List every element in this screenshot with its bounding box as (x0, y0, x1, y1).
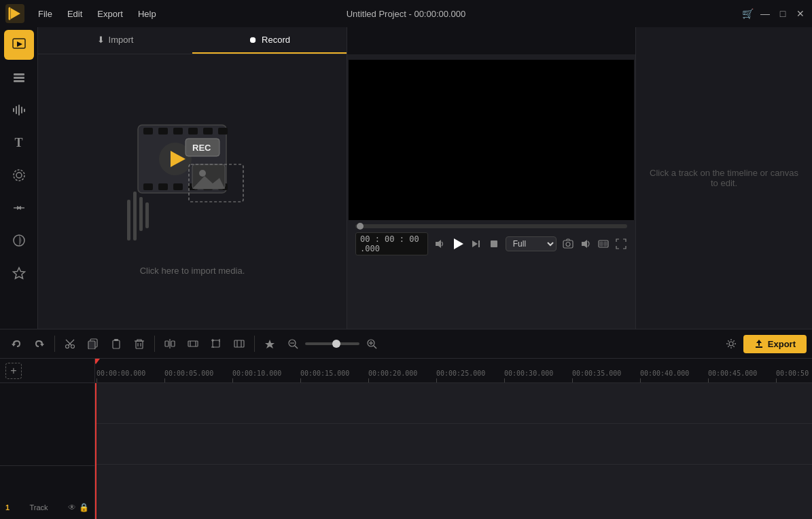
toolbar-sep-1 (54, 336, 55, 352)
svg-rect-23 (188, 128, 198, 135)
svg-point-89 (729, 342, 733, 346)
svg-line-84 (295, 346, 298, 348)
add-track-button[interactable]: + (5, 363, 22, 379)
app-logo (5, 4, 24, 23)
zoom-plus-btn[interactable] (361, 333, 383, 355)
fullscreen-btn[interactable] (615, 236, 627, 252)
track-headers: + 1 Track 👁 🔒 (0, 359, 95, 519)
timeline-ruler: 00:00:00.000 00:00:05.000 00:00:10.000 0… (95, 359, 812, 383)
playhead[interactable] (95, 383, 96, 519)
redo-btn[interactable] (29, 333, 50, 355)
skip-forward-btn[interactable] (470, 236, 482, 252)
titlebar: File Edit Export Help Untitled Project -… (0, 0, 812, 27)
sidebar-item-elements[interactable] (4, 160, 34, 190)
progress-bar[interactable] (355, 224, 627, 228)
svg-marker-44 (436, 240, 441, 248)
cart-icon[interactable]: 🛒 (741, 7, 754, 20)
zoom-slider[interactable] (305, 342, 359, 345)
preview-panel: 00 : 00 : 00 .000 Full Half Quarter (347, 27, 635, 329)
settings-btn[interactable] (720, 333, 742, 355)
stop-btn[interactable] (488, 236, 500, 252)
svg-rect-8 (13, 108, 14, 112)
zoom-minus-btn[interactable] (282, 333, 304, 355)
ruler-mark-9: 00:00:45.000 (707, 370, 775, 382)
undo-btn[interactable] (5, 333, 27, 355)
copy-btn[interactable] (82, 333, 104, 355)
svg-rect-6 (14, 77, 24, 79)
tab-import[interactable]: ⬇ Import (38, 27, 192, 54)
delete-btn[interactable] (128, 333, 150, 355)
timeline-track-row-upper (95, 383, 812, 424)
controls-row: 00 : 00 : 00 .000 Full Half Quarter (355, 232, 627, 255)
preview-screen (349, 60, 634, 220)
svg-rect-69 (171, 341, 175, 346)
screenshot-btn[interactable] (562, 236, 574, 252)
menu-file[interactable]: File (35, 7, 55, 20)
split-btn[interactable] (159, 333, 181, 355)
svg-line-88 (374, 346, 376, 348)
svg-rect-68 (165, 341, 169, 346)
marker-btn[interactable] (259, 333, 281, 355)
track-lock-icon[interactable]: 🔒 (79, 503, 89, 512)
svg-point-14 (14, 170, 24, 181)
quality-select[interactable]: Full Half Quarter (506, 236, 557, 251)
progress-knob[interactable] (357, 223, 364, 230)
import-icon: ⬇ (97, 35, 105, 45)
ruler-mark-2: 00:00:10.000 (231, 370, 299, 382)
menu-export[interactable]: Export (94, 7, 126, 20)
svg-marker-81 (265, 340, 275, 348)
media-illustration: REC (118, 108, 267, 257)
aspect-btn[interactable] (597, 236, 610, 252)
app-title: Untitled Project - 00:00:00.000 (347, 9, 466, 19)
ruler-mark-7: 00:00:35.000 (571, 370, 639, 382)
ruler-marks: 00:00:00.000 00:00:05.000 00:00:10.000 0… (95, 359, 812, 382)
play-button[interactable] (451, 236, 465, 252)
svg-rect-5 (14, 73, 24, 75)
svg-rect-26 (143, 183, 153, 190)
trim-btn[interactable] (182, 333, 204, 355)
timeline-tracks[interactable] (95, 383, 812, 519)
sidebar-item-text[interactable]: T (4, 128, 34, 158)
volume-btn[interactable] (434, 236, 446, 252)
minimize-button[interactable]: — (759, 7, 771, 20)
time-display: 00 : 00 : 00 .000 (355, 232, 428, 255)
volume-ctrl-btn[interactable] (580, 236, 592, 252)
toolbar-sep-3 (254, 336, 255, 352)
svg-marker-16 (18, 206, 21, 210)
media-import-area[interactable]: REC Click here to import media. (38, 54, 347, 329)
tab-record[interactable]: ⏺ Record (192, 27, 347, 54)
svg-marker-45 (454, 238, 463, 249)
maximize-button[interactable]: □ (777, 7, 789, 20)
sidebar-item-filters[interactable] (4, 226, 34, 255)
svg-rect-42 (145, 202, 149, 228)
track-visibility-icon[interactable]: 👁 (68, 503, 76, 512)
ruler-mark-0: 00:00:00.000 (95, 370, 163, 382)
close-button[interactable]: ✕ (794, 7, 807, 20)
svg-rect-25 (218, 128, 228, 135)
ruler-mark-3: 00:00:15.000 (299, 370, 367, 382)
sidebar-item-layers[interactable] (4, 62, 34, 92)
svg-rect-70 (188, 341, 198, 346)
paste-btn[interactable] (105, 333, 127, 355)
menu-help[interactable]: Help (135, 7, 159, 20)
sidebar-item-favorites[interactable] (4, 258, 34, 288)
track-header-1: 1 Track 👁 🔒 (0, 466, 94, 519)
sidebar-item-media[interactable] (4, 30, 34, 60)
zoom-thumb[interactable] (332, 340, 340, 348)
cut-btn[interactable] (59, 333, 81, 355)
ruler-mark-5: 00:00:25.000 (435, 370, 503, 382)
crop-btn[interactable] (205, 333, 227, 355)
fit-btn[interactable] (228, 333, 250, 355)
record-label: Record (262, 35, 290, 45)
timeline-content: 00:00:00.000 00:00:05.000 00:00:10.000 0… (95, 359, 812, 519)
sidebar-item-audio[interactable] (4, 95, 34, 125)
export-button[interactable]: Export (743, 335, 807, 353)
main-layout: T (0, 27, 812, 329)
menu-edit[interactable]: Edit (65, 7, 85, 20)
sidebar: T (0, 27, 38, 329)
svg-text:REC: REC (192, 143, 211, 153)
zoom-area (305, 342, 359, 345)
properties-hint: Click a track on the timeline or canvas … (650, 168, 798, 188)
sidebar-item-transitions[interactable] (4, 193, 34, 223)
svg-rect-20 (143, 128, 153, 135)
